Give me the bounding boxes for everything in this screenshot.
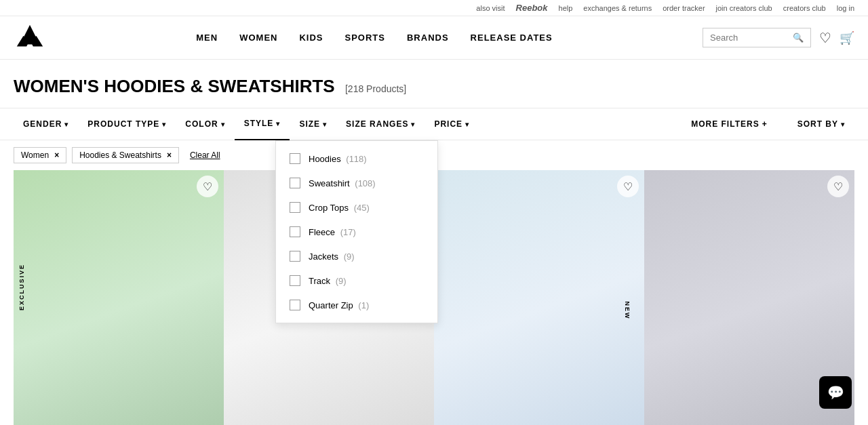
- also-visit-label: also visit: [476, 4, 505, 12]
- nav-sports[interactable]: SPORTS: [345, 33, 385, 43]
- style-option-sweatshirt[interactable]: Sweatshirt (108): [276, 171, 437, 195]
- header-actions: 🔍 ♡ 🛒: [703, 28, 854, 47]
- gender-filter-button[interactable]: GENDER ▾: [14, 108, 78, 140]
- quarter-zip-checkbox[interactable]: [290, 300, 300, 310]
- hoodies-filter-remove-icon[interactable]: ×: [167, 150, 172, 160]
- size-ranges-chevron-icon: ▾: [411, 121, 415, 128]
- filter-right-actions: MORE FILTERS + SORT BY ▾: [682, 108, 854, 140]
- women-filter-tag[interactable]: Women ×: [14, 147, 66, 163]
- sweatshirt-checkbox[interactable]: [290, 178, 300, 188]
- creators-club-link[interactable]: creators club: [783, 4, 826, 12]
- track-checkbox[interactable]: [290, 275, 300, 286]
- exclusive-badge-1: EXCLUSIVE: [18, 264, 25, 310]
- style-option-track[interactable]: Track (9): [276, 268, 437, 293]
- sort-chevron-icon: ▾: [841, 121, 845, 128]
- product-type-filter-button[interactable]: PRODUCT TYPE ▾: [78, 108, 176, 140]
- clear-all-button[interactable]: Clear All: [184, 148, 226, 163]
- color-chevron-icon: ▾: [221, 121, 225, 128]
- women-filter-remove-icon[interactable]: ×: [54, 150, 59, 160]
- product-figure-3: [434, 170, 644, 425]
- product-type-chevron-icon: ▾: [162, 121, 166, 128]
- product-card-3: NEW ♡ Originals SHMOO HOODIE $90 2 color…: [434, 170, 644, 425]
- join-creators-club-link[interactable]: join creators club: [716, 4, 772, 12]
- size-filter-button[interactable]: SIZE ▾: [290, 108, 336, 140]
- style-chevron-icon: ▾: [276, 120, 280, 127]
- wishlist-button[interactable]: ♡: [819, 30, 831, 46]
- help-link[interactable]: help: [559, 4, 573, 12]
- nav-release-dates[interactable]: RELEASE DATES: [471, 33, 553, 43]
- product-count: [218 Products]: [345, 83, 406, 94]
- fleece-checkbox[interactable]: [290, 226, 300, 237]
- product-image-1: EXCLUSIVE ♡: [14, 170, 224, 425]
- chat-widget[interactable]: 💬: [819, 376, 852, 409]
- top-bar: also visit Reebok help exchanges & retur…: [0, 0, 868, 16]
- more-filters-button[interactable]: MORE FILTERS +: [682, 108, 776, 140]
- nav-men[interactable]: MEN: [196, 33, 218, 43]
- product-figure-1: [14, 170, 224, 425]
- more-filters-plus-icon: +: [762, 119, 768, 129]
- filter-bar: GENDER ▾ PRODUCT TYPE ▾ COLOR ▾ STYLE ▾ …: [0, 108, 868, 140]
- logo[interactable]: [14, 22, 46, 54]
- wishlist-button-1[interactable]: ♡: [197, 176, 218, 197]
- style-filter-button[interactable]: STYLE ▾: [235, 108, 290, 140]
- wishlist-button-4[interactable]: ♡: [827, 176, 849, 197]
- nav-brands[interactable]: BRANDS: [407, 33, 449, 43]
- size-ranges-filter-button[interactable]: SIZE RANGES ▾: [336, 108, 425, 140]
- page-title-area: WOMEN'S HOODIES & SWEATSHIRTS [218 Produ…: [0, 60, 868, 108]
- chat-icon: 💬: [827, 384, 844, 401]
- page-title: WOMEN'S HOODIES & SWEATSHIRTS [218 Produ…: [14, 76, 854, 97]
- product-image-3: NEW ♡: [434, 170, 644, 425]
- cart-button[interactable]: 🛒: [840, 31, 854, 45]
- style-option-quarter-zip[interactable]: Quarter Zip (1): [276, 293, 437, 317]
- jackets-checkbox[interactable]: [290, 251, 300, 262]
- main-nav: MEN WOMEN KIDS SPORTS BRANDS RELEASE DAT…: [46, 33, 703, 43]
- wishlist-button-3[interactable]: ♡: [617, 176, 639, 197]
- exchanges-returns-link[interactable]: exchanges & returns: [583, 4, 652, 12]
- hoodies-checkbox[interactable]: [290, 153, 300, 164]
- style-option-hoodies[interactable]: Hoodies (118): [276, 146, 437, 171]
- reebok-link[interactable]: Reebok: [516, 3, 548, 13]
- search-box[interactable]: 🔍: [703, 28, 811, 47]
- log-in-link[interactable]: log in: [837, 4, 854, 12]
- filter-bar-wrapper: GENDER ▾ PRODUCT TYPE ▾ COLOR ▾ STYLE ▾ …: [0, 108, 868, 140]
- style-option-jackets[interactable]: Jackets (9): [276, 244, 437, 268]
- price-chevron-icon: ▾: [465, 121, 469, 128]
- product-card-1: EXCLUSIVE ♡ Originals SHMOO HOODIE $90 2…: [14, 170, 224, 425]
- new-badge-3: NEW: [624, 301, 631, 319]
- adidas-logo-icon: [14, 22, 46, 54]
- sort-by-button[interactable]: SORT BY ▾: [788, 108, 854, 140]
- hoodies-filter-tag[interactable]: Hoodies & Sweatshirts ×: [72, 147, 179, 163]
- price-filter-button[interactable]: PRICE ▾: [425, 108, 479, 140]
- order-tracker-link[interactable]: order tracker: [663, 4, 705, 12]
- filter-buttons: GENDER ▾ PRODUCT TYPE ▾ COLOR ▾ STYLE ▾ …: [14, 108, 682, 140]
- search-icon: 🔍: [793, 33, 804, 43]
- style-option-crop-tops[interactable]: Crop Tops (45): [276, 195, 437, 220]
- gender-chevron-icon: ▾: [64, 121, 68, 128]
- search-input[interactable]: [710, 33, 793, 43]
- style-option-fleece[interactable]: Fleece (17): [276, 220, 437, 244]
- nav-women[interactable]: WOMEN: [239, 33, 277, 43]
- color-filter-button[interactable]: COLOR ▾: [176, 108, 234, 140]
- style-dropdown: Hoodies (118) Sweatshirt (108) Crop Tops…: [275, 140, 438, 323]
- header: MEN WOMEN KIDS SPORTS BRANDS RELEASE DAT…: [0, 16, 868, 60]
- crop-tops-checkbox[interactable]: [290, 202, 300, 213]
- nav-kids[interactable]: KIDS: [299, 33, 323, 43]
- size-chevron-icon: ▾: [323, 121, 327, 128]
